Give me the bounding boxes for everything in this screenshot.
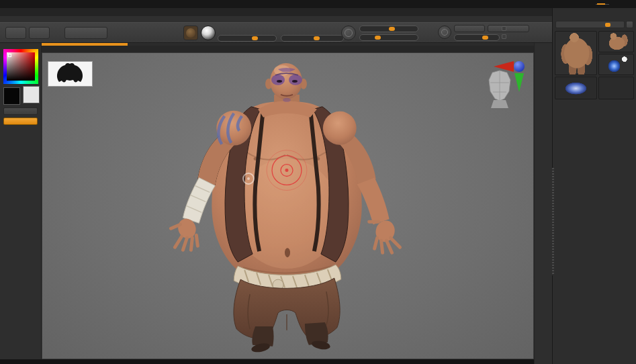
right-shelf <box>534 43 552 364</box>
tool-thumbnail-mrgbzgrabber[interactable] <box>598 54 634 75</box>
tool-thumbnails <box>553 30 636 101</box>
left-tray <box>0 43 42 359</box>
lightbox-button[interactable] <box>29 27 50 39</box>
status-message <box>0 16 552 22</box>
document-canvas[interactable] <box>42 52 534 359</box>
color-picker-cursor[interactable] <box>8 54 11 57</box>
tool-thumbnail-alphabrush[interactable] <box>555 77 597 99</box>
zbrush-window <box>0 0 636 364</box>
color-swatches <box>0 87 41 105</box>
secondary-color-swatch[interactable] <box>23 86 40 103</box>
current-material-ball[interactable] <box>201 26 216 40</box>
seethrough-slider[interactable] <box>596 4 609 5</box>
tool-slider-nub[interactable] <box>605 23 610 27</box>
main-color-swatch[interactable] <box>3 87 20 105</box>
tool-palette <box>552 8 636 364</box>
color-picker[interactable] <box>3 49 38 84</box>
title-bar <box>0 0 636 8</box>
points-checkbox-2[interactable] <box>502 34 506 39</box>
draw-size-slider[interactable] <box>359 34 418 41</box>
replay-last-relative-button[interactable] <box>488 25 529 32</box>
tool-r-button[interactable] <box>626 21 633 28</box>
current-texture-ball[interactable] <box>183 26 198 40</box>
simplebrush-s-icon <box>599 77 633 99</box>
adjust-last-slider[interactable] <box>454 34 500 41</box>
watermark-logo-icon <box>242 173 255 185</box>
preview-boolean-button[interactable] <box>64 27 107 39</box>
tool-thumbnail-simplebrush[interactable] <box>598 77 634 99</box>
y-axis-cone[interactable] <box>514 73 524 92</box>
z-intensity-nub[interactable] <box>314 36 320 40</box>
character-model[interactable] <box>42 53 533 359</box>
replay-flyout-icon[interactable] <box>438 26 451 39</box>
watermark <box>242 173 263 185</box>
draw-size-nub[interactable] <box>375 36 381 40</box>
tool-thumbnail-current[interactable] <box>555 31 597 75</box>
rgb-intensity-nub[interactable] <box>252 36 258 40</box>
tool-name-slider[interactable] <box>555 21 625 28</box>
x-axis-cone[interactable] <box>494 61 514 72</box>
tool-buttons <box>553 18 636 20</box>
home-button[interactable] <box>5 27 26 39</box>
points-checkbox-1[interactable] <box>502 26 506 31</box>
focal-shift-nub[interactable] <box>389 27 395 31</box>
menu-bar <box>0 8 552 16</box>
focal-shift-slider[interactable] <box>359 26 418 32</box>
tool-thumbnail-earthquake[interactable] <box>598 31 634 52</box>
top-shelf <box>0 22 552 43</box>
z-axis-sphere[interactable] <box>514 61 525 72</box>
stroke-flyout-icon[interactable] <box>341 26 356 40</box>
tool-name-slider-row <box>555 21 633 28</box>
z-intensity-slider[interactable] <box>281 35 344 42</box>
switch-color-button[interactable] <box>3 107 38 115</box>
tray-scrollbar[interactable] <box>552 168 554 275</box>
canvas-margin <box>42 46 534 52</box>
tool-palette-header <box>553 8 636 18</box>
alternate-color-button[interactable] <box>3 118 38 125</box>
color-picker-sv-area[interactable] <box>7 52 35 81</box>
rgb-intensity-slider[interactable] <box>218 35 277 42</box>
axis-orientation-gizmo[interactable] <box>494 57 529 95</box>
replay-last-button[interactable] <box>454 25 485 32</box>
bottom-bar <box>0 359 552 364</box>
tool-subpalette-list <box>553 101 636 103</box>
adjust-last-nub[interactable] <box>482 36 488 40</box>
